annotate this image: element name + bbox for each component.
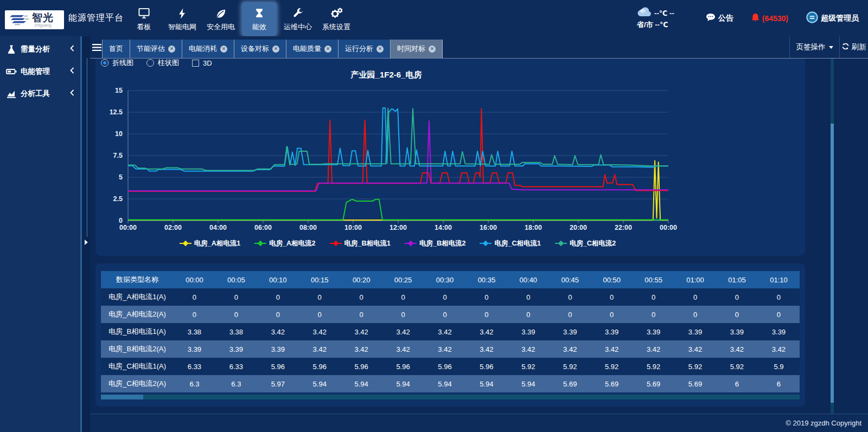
tab-电能质量[interactable]: 电能质量✕: [286, 40, 339, 58]
radio-icon[interactable]: [101, 59, 108, 67]
nav-item-看板[interactable]: 看板: [126, 2, 161, 36]
close-icon[interactable]: ✕: [220, 46, 227, 53]
legend-item-电房_A相电流1[interactable]: 电房_A相电流1: [180, 239, 240, 248]
table-cell: 3.39: [591, 323, 633, 340]
sidebar: 需量分析电能管理分析工具: [0, 36, 80, 432]
legend-marker-icon: [480, 240, 492, 248]
table-cell: 0: [257, 288, 299, 306]
alarm-count: (64530): [762, 14, 788, 23]
avatar: [806, 11, 818, 25]
gears-icon: [330, 7, 343, 20]
table-row[interactable]: 电房_B相电流1(A)3.383.383.423.423.423.423.423…: [101, 323, 800, 340]
close-icon[interactable]: ✕: [429, 46, 436, 53]
line-chart: 02.557.51012.51500:0002:0004:0006:0008:0…: [95, 59, 805, 256]
legend-marker-icon: [180, 240, 192, 248]
table-cell: 3.42: [424, 323, 466, 340]
legend-label: 电房_C相电流1: [494, 239, 540, 248]
legend-item-电房_C相电流1[interactable]: 电房_C相电流1: [480, 239, 540, 248]
tab-运行分析[interactable]: 运行分析✕: [339, 40, 391, 58]
tab-bar: 首页节能评估✕电能消耗✕设备对标✕电能质量✕运行分析✕时间对标✕ 页签操作 刷新: [90, 36, 868, 59]
user-menu[interactable]: 超级管理员: [806, 11, 859, 25]
vertical-scrollbar-thumb[interactable]: [831, 124, 834, 403]
table-header-cell: 00:25: [382, 271, 424, 288]
hamburger-icon[interactable]: [90, 36, 103, 58]
tab-operations-label: 页签操作: [796, 42, 826, 52]
legend-item-电房_B相电流2[interactable]: 电房_B相电流2: [405, 239, 465, 248]
vertical-scrollbar[interactable]: [831, 59, 834, 414]
alarm-button[interactable]: (64530): [751, 13, 788, 24]
collapse-arrow-icon[interactable]: [85, 240, 88, 245]
table-cell: 0: [299, 306, 341, 323]
table-cell: 3.39: [716, 323, 758, 340]
tab-label: 运行分析: [345, 44, 373, 54]
table-cell: 5.96: [341, 358, 382, 375]
sidebar-item-分析工具[interactable]: 分析工具: [0, 82, 80, 105]
table-cell: 0: [591, 288, 633, 306]
close-icon[interactable]: ✕: [376, 46, 384, 53]
sidebar-item-label: 电能管理: [21, 67, 50, 76]
sidebar-splitter[interactable]: [80, 36, 90, 432]
horizontal-scrollbar-thumb[interactable]: [101, 395, 143, 399]
table-cell: 5.92: [507, 358, 549, 375]
radio-icon[interactable]: [146, 59, 154, 67]
table-row[interactable]: 电房_B相电流2(A)3.393.393.393.423.423.423.423…: [101, 340, 800, 358]
table-cell: 5.94: [299, 375, 341, 392]
table-cell: 3.39: [257, 340, 299, 358]
tab-电能消耗[interactable]: 电能消耗✕: [182, 40, 234, 58]
chart-title: 产业园_1F2-6_电房: [95, 70, 677, 80]
nav-item-能效[interactable]: 能效: [242, 2, 277, 36]
table-cell: 0: [758, 288, 800, 306]
nav-item-智能电网[interactable]: 智能电网: [165, 2, 200, 36]
table-cell: 3.42: [758, 340, 800, 358]
announcement-label: 公告: [718, 14, 733, 23]
top-header: 智光 Zhiguang 能源管理平台 看板智能电网安全用电能效运维中心系统设置 …: [0, 0, 868, 36]
nav-item-系统设置[interactable]: 系统设置: [319, 2, 354, 36]
legend-item-电房_A相电流2[interactable]: 电房_A相电流2: [254, 239, 315, 248]
radio-line-chart[interactable]: 折线图: [101, 59, 133, 68]
close-icon[interactable]: ✕: [324, 46, 331, 53]
announcement-button[interactable]: 公告: [706, 13, 733, 23]
checkbox-3d[interactable]: 3D: [192, 59, 212, 67]
svg-text:15: 15: [115, 87, 123, 94]
area-chart-icon: [6, 88, 17, 99]
logo[interactable]: 智光 Zhiguang: [5, 10, 64, 29]
tab-operations-dropdown[interactable]: 页签操作: [789, 36, 839, 58]
table-header-cell: 数据类型名称: [101, 271, 174, 288]
horizontal-scrollbar[interactable]: [101, 395, 800, 399]
table-row[interactable]: 电房_A相电流2(A)000000000000000: [101, 306, 800, 323]
legend-label: 电房_A相电流1: [194, 239, 240, 248]
nav-item-安全用电[interactable]: 安全用电: [203, 2, 238, 36]
logo-text: 智光: [32, 12, 54, 23]
close-icon[interactable]: ✕: [272, 46, 279, 53]
table-cell: 3.42: [549, 340, 591, 358]
leaf-icon: [215, 7, 227, 20]
legend-marker-icon: [555, 240, 567, 248]
table-row[interactable]: 电房_A相电流1(A)000000000000000: [101, 288, 800, 306]
sidebar-item-电能管理[interactable]: 电能管理: [0, 60, 80, 82]
table-row[interactable]: 电房_C相电流2(A)6.36.35.975.945.945.945.945.9…: [101, 375, 800, 392]
radio-bar-chart[interactable]: 柱状图: [146, 59, 179, 68]
refresh-button[interactable]: 刷新: [839, 36, 868, 58]
tab-label: 时间对标: [397, 44, 425, 54]
tab-首页[interactable]: 首页: [102, 40, 130, 58]
table-cell: 3.42: [257, 323, 299, 340]
sidebar-item-需量分析[interactable]: 需量分析: [0, 38, 80, 60]
monitor-icon: [138, 7, 150, 20]
tab-时间对标[interactable]: 时间对标✕: [391, 40, 443, 58]
row-label: 电房_A相电流1(A): [101, 288, 174, 306]
tab-label: 电能消耗: [189, 44, 217, 54]
legend-item-电房_C相电流2[interactable]: 电房_C相电流2: [555, 239, 616, 248]
legend-item-电房_B相电流1[interactable]: 电房_B相电流1: [330, 239, 391, 248]
table-cell: 0: [341, 288, 382, 306]
table-cell: 3.42: [716, 340, 758, 358]
table-cell: 0: [382, 306, 424, 323]
tab-节能评估[interactable]: 节能评估✕: [130, 40, 182, 58]
nav-label: 能效: [252, 22, 266, 32]
table-cell: 5.92: [549, 358, 591, 375]
tab-设备对标[interactable]: 设备对标✕: [234, 40, 286, 58]
table-row[interactable]: 电房_C相电流1(A)6.336.335.965.965.965.965.965…: [101, 358, 800, 375]
nav-item-运维中心[interactable]: 运维中心: [280, 2, 315, 36]
checkbox-icon[interactable]: [192, 60, 199, 67]
close-icon[interactable]: ✕: [168, 46, 175, 53]
svg-text:08:00: 08:00: [299, 224, 317, 231]
